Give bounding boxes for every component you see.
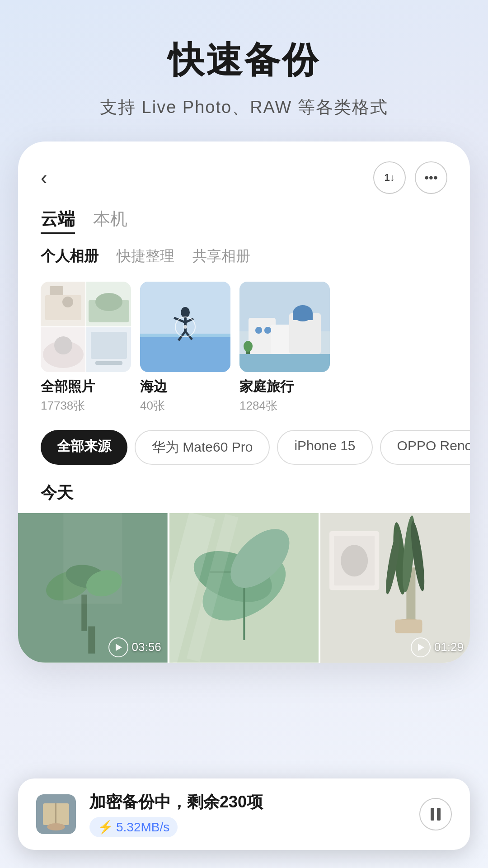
thumb-cell-4 <box>86 327 131 372</box>
more-button[interactable]: ••• <box>415 161 447 194</box>
tab-personal-album[interactable]: 个人相册 <box>41 246 99 266</box>
svg-rect-15 <box>140 336 230 372</box>
pill-all-sources[interactable]: 全部来源 <box>41 430 127 465</box>
pause-icon <box>431 808 441 821</box>
svg-rect-11 <box>91 332 127 359</box>
album-name-beach: 海边 <box>140 377 230 396</box>
thumb-cell-3 <box>41 327 85 372</box>
nav-icons: 1↓ ••• <box>373 161 447 194</box>
section-title-today: 今天 <box>18 477 470 513</box>
pill-oppo[interactable]: OPPO Reno <box>380 430 470 465</box>
more-icon: ••• <box>424 170 437 185</box>
svg-rect-31 <box>293 313 313 320</box>
backup-bar: 加密备份中，剩余230项 ⚡ 5.32MB/s <box>18 778 470 850</box>
pause-button[interactable] <box>419 798 452 830</box>
backup-speed: ⚡ 5.32MB/s <box>89 817 178 837</box>
photo-grid-today: 03:56 <box>18 513 470 663</box>
tab-shared-album[interactable]: 共享相册 <box>192 246 250 266</box>
back-button[interactable]: ‹ <box>41 166 68 189</box>
backup-info: 加密备份中，剩余230项 ⚡ 5.32MB/s <box>89 791 406 837</box>
album-thumb-all <box>41 282 131 372</box>
album-item-family-trip[interactable]: 家庭旅行 1284张 <box>239 282 330 414</box>
top-nav: ‹ 1↓ ••• <box>18 142 470 203</box>
album-count-family-trip: 1284张 <box>239 398 330 414</box>
album-item-all[interactable]: 全部照片 17738张 <box>41 282 131 414</box>
album-name-all: 全部照片 <box>41 377 131 396</box>
svg-rect-12 <box>95 361 122 365</box>
svg-rect-36 <box>239 354 330 372</box>
video-duration-1: 03:56 <box>108 637 161 657</box>
filter-pills: 全部来源 华为 Mate60 Pro iPhone 15 OPPO Reno <box>18 421 470 477</box>
page-title: 快速备份 <box>27 36 461 85</box>
album-grid: 全部照片 17738张 <box>18 277 470 421</box>
sort-label: 1↓ <box>384 172 394 184</box>
svg-rect-32 <box>255 327 262 334</box>
album-thumb-beach <box>140 282 230 372</box>
svg-rect-33 <box>264 327 271 334</box>
album-type-tabs: 个人相册 快捷整理 共享相册 <box>18 243 470 277</box>
album-count-all: 17738张 <box>41 398 131 414</box>
pill-huawei[interactable]: 华为 Mate60 Pro <box>135 430 270 465</box>
thumb-cell-1 <box>41 282 85 326</box>
svg-point-63 <box>341 545 368 576</box>
svg-rect-2 <box>50 286 63 295</box>
photo-cell-2[interactable] <box>169 513 319 663</box>
cloud-local-tabs: 云端 本机 <box>18 203 470 243</box>
album-count-beach: 40张 <box>140 398 230 414</box>
album-item-beach[interactable]: 海边 40张 <box>140 282 230 414</box>
svg-point-17 <box>181 307 190 318</box>
backup-status-text: 加密备份中，剩余230项 <box>89 791 406 813</box>
thumb-cell-2 <box>86 282 131 326</box>
page-header: 快速备份 支持 Live Photo、RAW 等各类格式 <box>0 0 488 137</box>
play-icon-1 <box>108 637 128 657</box>
page-subtitle: 支持 Live Photo、RAW 等各类格式 <box>27 96 461 119</box>
video-duration-3: 01:29 <box>411 637 464 657</box>
pill-iphone15[interactable]: iPhone 15 <box>277 430 372 465</box>
svg-rect-66 <box>55 803 56 825</box>
svg-point-6 <box>95 293 122 311</box>
lightning-icon: ⚡ <box>98 820 113 835</box>
backup-thumbnail <box>36 794 76 834</box>
play-icon-3 <box>411 637 431 657</box>
svg-rect-60 <box>395 619 422 633</box>
svg-point-24 <box>183 325 187 329</box>
svg-rect-9 <box>54 336 72 354</box>
tab-quick-organize[interactable]: 快捷整理 <box>117 246 174 266</box>
svg-rect-42 <box>88 626 95 653</box>
svg-point-35 <box>244 341 253 352</box>
photo-cell-1[interactable]: 03:56 <box>18 513 168 663</box>
svg-point-3 <box>62 297 73 307</box>
speed-value: 5.32MB/s <box>116 820 169 835</box>
album-thumb-family-trip <box>239 282 330 372</box>
photo-cell-3[interactable]: 01:29 <box>320 513 470 663</box>
app-card: ‹ 1↓ ••• 云端 本机 个人相册 快捷整理 共享相册 <box>18 142 470 663</box>
sort-button[interactable]: 1↓ <box>373 161 406 194</box>
tab-local[interactable]: 本机 <box>93 208 127 234</box>
tab-cloud[interactable]: 云端 <box>41 208 75 234</box>
album-name-family-trip: 家庭旅行 <box>239 377 330 396</box>
svg-point-67 <box>47 823 65 830</box>
svg-rect-43 <box>63 513 122 604</box>
svg-rect-1 <box>45 295 81 320</box>
